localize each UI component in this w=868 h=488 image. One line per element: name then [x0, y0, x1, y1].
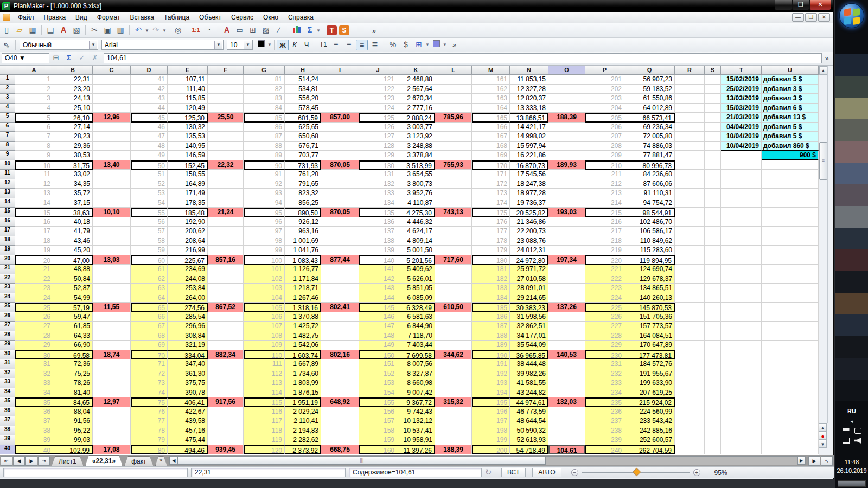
cell-L37[interactable]	[435, 416, 472, 426]
zoom-slider[interactable]: − +	[571, 469, 700, 476]
cell-B13[interactable]: 35,72	[53, 189, 93, 198]
cell-H24[interactable]: 1 267,46	[285, 293, 321, 303]
cell-E12[interactable]: 164,89	[168, 179, 208, 189]
cell-M19[interactable]: 179	[472, 246, 510, 255]
taskbar-tile[interactable]	[835, 249, 868, 271]
cell-G4[interactable]: 84	[244, 104, 285, 113]
cell-P1[interactable]: 201	[585, 75, 624, 85]
cell-P2[interactable]: 202	[585, 85, 624, 94]
cell-H31[interactable]: 1 667,89	[285, 359, 321, 369]
cell-C3[interactable]	[93, 94, 131, 104]
cell-R8[interactable]	[675, 142, 705, 151]
cell-N3[interactable]: 12 820,37	[510, 94, 548, 104]
cell-L22[interactable]	[435, 274, 472, 284]
cell-K20[interactable]: 5 201,56	[397, 255, 435, 265]
cell-J5[interactable]: 125	[359, 113, 397, 123]
cell-D17[interactable]: 57	[131, 227, 168, 236]
cell-E18[interactable]: 208,64	[168, 236, 208, 246]
cell-A31[interactable]: 31	[15, 359, 53, 369]
cell-L36[interactable]	[435, 407, 472, 417]
cell-A13[interactable]: 13	[15, 189, 53, 198]
cell-U13[interactable]	[762, 189, 819, 198]
cell-H5[interactable]: 601,59	[285, 113, 321, 123]
record-dot-icon[interactable]: ●	[819, 432, 827, 440]
cell-I36[interactable]	[321, 407, 359, 417]
cell-L19[interactable]	[435, 246, 472, 255]
cell-L24[interactable]	[435, 293, 472, 303]
row-header-36[interactable]: 36	[0, 407, 15, 417]
cell-S39[interactable]	[705, 435, 721, 445]
cell-C16[interactable]	[93, 217, 131, 227]
cell-I3[interactable]	[321, 94, 359, 104]
cell-N23[interactable]: 28 091,01	[510, 284, 548, 293]
cell-O3[interactable]	[548, 94, 585, 104]
cell-N15[interactable]: 20 525,82	[510, 208, 548, 217]
cell-B29[interactable]: 66,90	[53, 341, 93, 350]
cell-N22[interactable]: 27 010,58	[510, 274, 548, 284]
cell-I33[interactable]	[321, 378, 359, 388]
cell-F19[interactable]	[208, 246, 244, 255]
col-header-R[interactable]: R	[675, 66, 705, 75]
presentations-icon[interactable]: S	[339, 25, 349, 35]
cell-O12[interactable]	[548, 179, 585, 189]
col-header-N[interactable]: N	[510, 66, 548, 75]
cell-E39[interactable]: 475,44	[168, 435, 208, 445]
cell-I15[interactable]: 870,05	[321, 208, 359, 217]
cell-P16[interactable]: 216	[585, 217, 624, 227]
cell-S22[interactable]	[705, 274, 721, 284]
row-header-25[interactable]: 25	[0, 303, 15, 312]
cell-T31[interactable]	[721, 359, 762, 369]
cell-C38[interactable]	[93, 426, 131, 436]
cell-B15[interactable]: 38,63	[53, 208, 93, 217]
row-header-7[interactable]: 7	[0, 132, 15, 142]
align-center-button[interactable]: ≡	[356, 40, 368, 50]
taskbar-tile[interactable]	[835, 119, 868, 141]
cell-J12[interactable]: 132	[359, 179, 397, 189]
cell-P27[interactable]: 227	[585, 322, 624, 331]
cell-S20[interactable]	[705, 255, 721, 265]
cell-A34[interactable]: 34	[15, 388, 53, 398]
cell-A9[interactable]: 9	[15, 151, 53, 160]
cell-P6[interactable]: 206	[585, 123, 624, 132]
cell-K21[interactable]: 5 409,62	[397, 265, 435, 274]
cell-F39[interactable]	[208, 435, 244, 445]
style-combobox[interactable]: Обычный ▼	[20, 40, 98, 50]
cell-J31[interactable]: 151	[359, 359, 397, 369]
cell-P17[interactable]: 217	[585, 227, 624, 236]
cell-O38[interactable]	[548, 426, 585, 436]
cell-T19[interactable]	[721, 246, 762, 255]
cell-F20[interactable]: 857,16	[208, 255, 244, 265]
cell-J9[interactable]: 129	[359, 151, 397, 160]
taskbar-tile[interactable]	[835, 358, 868, 380]
row-header-29[interactable]: 29	[0, 341, 15, 350]
cell-Q7[interactable]: 72 005,80	[624, 132, 675, 142]
menu-Правка[interactable]: Правка	[39, 12, 71, 22]
cell-D6[interactable]: 46	[131, 123, 168, 132]
cell-O19[interactable]	[548, 246, 585, 255]
cell-K8[interactable]: 3 248,88	[397, 142, 435, 151]
cell-L34[interactable]	[435, 388, 472, 398]
cell-L39[interactable]	[435, 435, 472, 445]
cell-S1[interactable]	[705, 75, 721, 85]
cell-N38[interactable]: 50 590,32	[510, 426, 548, 436]
cell-J17[interactable]: 137	[359, 227, 397, 236]
cell-Q26[interactable]: 151 705,36	[624, 312, 675, 322]
col-header-H[interactable]: H	[285, 66, 321, 75]
cell-U9[interactable]: 900 $	[762, 151, 819, 160]
col-header-Q[interactable]: Q	[624, 66, 675, 75]
cell-B26[interactable]: 59,47	[53, 312, 93, 322]
cell-O29[interactable]	[548, 341, 585, 350]
cell-H29[interactable]: 1 542,06	[285, 341, 321, 350]
cell-C1[interactable]	[93, 75, 131, 85]
row-header-15[interactable]: 15	[0, 208, 15, 217]
horizontal-scroll-thumb[interactable]: |||	[177, 457, 546, 465]
cell-D33[interactable]: 73	[131, 378, 168, 388]
cell-C20[interactable]: 13,03	[93, 255, 131, 265]
cell-M16[interactable]: 176	[472, 217, 510, 227]
chevron-down-icon[interactable]: ▼	[244, 41, 252, 49]
cell-H18[interactable]: 1 001,69	[285, 236, 321, 246]
chart-icon[interactable]	[291, 25, 303, 36]
show-desktop-button[interactable]	[838, 480, 866, 487]
cell-Q16[interactable]: 102 486,70	[624, 217, 675, 227]
cell-Q18[interactable]: 110 849,62	[624, 236, 675, 246]
